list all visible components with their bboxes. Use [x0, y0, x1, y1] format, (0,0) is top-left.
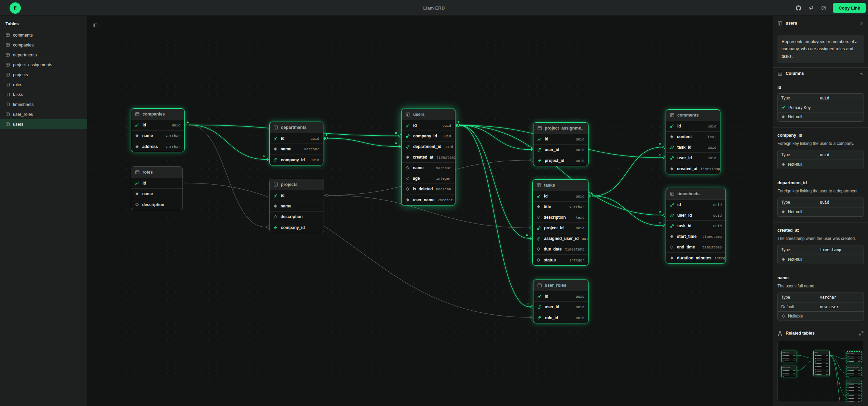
column-row-status[interactable]: statusinteger: [533, 255, 588, 265]
sidebar-item-comments[interactable]: comments: [0, 30, 87, 40]
column-row-content[interactable]: contenttext: [666, 132, 720, 142]
erd-table-timesheets[interactable]: timesheetsiduuiduser_iduuidtask_iduuidst…: [666, 188, 726, 263]
column-row-department_id[interactable]: department_iduuid: [402, 141, 455, 152]
column-row-id[interactable]: iduuid: [402, 120, 455, 131]
column-row-due_date[interactable]: due_datetimestamp: [533, 244, 588, 255]
table-header[interactable]: departments: [270, 122, 323, 133]
copy-link-button[interactable]: Copy Link: [833, 3, 866, 13]
column-row-id[interactable]: iduuid: [533, 291, 588, 302]
column-row-duration_minutes[interactable]: duration_minutesinteger: [666, 253, 725, 263]
columns-section-header[interactable]: Columns: [773, 67, 868, 80]
column-row-description[interactable]: description: [131, 199, 182, 210]
sidebar-item-roles[interactable]: roles: [0, 80, 87, 90]
column-row-id[interactable]: iduuid: [666, 200, 725, 210]
erd-table-tasks[interactable]: tasksiduuidtitlevarchardescriptiontextpr…: [532, 179, 588, 266]
column-row-id[interactable]: iduuid: [270, 133, 323, 144]
column-row-address[interactable]: addressvarchar: [131, 141, 184, 152]
primary-key-icon: [273, 193, 278, 198]
attribute-flag-label: Not-null: [788, 114, 802, 119]
related-tables-minimap[interactable]: companiesdepartmentsusersuser_rolesproje…: [777, 341, 864, 402]
table-name: tasks: [544, 183, 555, 188]
column-row-company_id[interactable]: company_id: [270, 222, 324, 233]
column-row-end_time[interactable]: end_timetimestamp: [666, 242, 725, 253]
sidebar-item-companies[interactable]: companies: [0, 40, 87, 50]
column-row-name[interactable]: name: [270, 201, 324, 212]
column-row-user_id[interactable]: user_iduuid: [666, 210, 725, 221]
column-row-project_id[interactable]: project_iduuid: [533, 223, 588, 233]
column-row-project_id[interactable]: project_iduuid: [533, 155, 588, 166]
column-row-start_time[interactable]: start_timetimestamp: [666, 231, 725, 242]
column-row-user_id[interactable]: user_iduuid: [533, 302, 588, 312]
sidebar-item-timesheets[interactable]: timesheets: [0, 99, 87, 109]
minimap-table-tasks: tasks: [846, 380, 862, 402]
column-name: description: [281, 214, 303, 219]
column-row-user_id[interactable]: user_iduuid: [666, 153, 720, 163]
erd-table-companies[interactable]: companiesiduuidnamevarcharaddressvarchar: [131, 108, 185, 152]
sidebar-item-user_roles[interactable]: user_roles: [0, 109, 87, 119]
column-row-id[interactable]: id: [131, 178, 182, 189]
column-row-id[interactable]: iduuid: [666, 121, 720, 132]
erd-table-user_roles[interactable]: user_rolesiduuiduser_iduuidrole_iduuid: [533, 280, 588, 323]
sidebar-item-project_assignments[interactable]: project_assignments: [0, 60, 87, 70]
erd-table-project_assignments[interactable]: project_assignme...iduuiduser_iduuidproj…: [533, 122, 588, 166]
column-row-task_id[interactable]: task_iduuid: [666, 142, 720, 153]
column-row-role_id[interactable]: role_iduuid: [533, 312, 588, 323]
megaphone-icon[interactable]: [808, 4, 814, 11]
github-icon[interactable]: [795, 4, 802, 11]
table-header[interactable]: roles: [131, 167, 182, 178]
column-row-title[interactable]: titlevarchar: [533, 202, 588, 212]
column-row-user_name[interactable]: user_namevarchar: [402, 194, 455, 205]
erd-table-users[interactable]: usersiduuidcompany_iduuiddepartment_iduu…: [402, 109, 455, 205]
column-row-name[interactable]: name: [131, 189, 182, 199]
erd-table-roles[interactable]: rolesidnamedescription: [131, 166, 183, 210]
column-row-id[interactable]: iduuid: [533, 134, 588, 145]
column-name: id: [677, 202, 681, 207]
erd-table-comments[interactable]: commentsiduuidcontenttexttask_iduuiduser…: [666, 109, 720, 174]
column-row-name[interactable]: namevarchar: [402, 163, 455, 173]
column-row-description[interactable]: description: [270, 212, 324, 222]
liam-logo[interactable]: ℓ: [10, 2, 21, 14]
column-name: start_time: [677, 234, 696, 239]
columns-collapse-icon[interactable]: [859, 71, 864, 76]
column-name: id: [545, 294, 548, 299]
column-row-id[interactable]: iduuid: [533, 191, 588, 202]
column-row-user_id[interactable]: user_iduuid: [533, 145, 588, 155]
table-header[interactable]: projects: [270, 179, 324, 190]
table-header[interactable]: tasks: [533, 180, 588, 191]
column-row-id[interactable]: id: [270, 190, 324, 201]
help-icon[interactable]: [820, 4, 827, 11]
column-row-name[interactable]: namevarchar: [270, 144, 323, 154]
sidebar-toggle-icon[interactable]: [91, 22, 99, 29]
column-row-age[interactable]: ageinteger: [402, 173, 455, 184]
sidebar-item-departments[interactable]: departments: [0, 50, 87, 60]
column-row-assigned_user_id[interactable]: assigned_user_iduuid: [533, 233, 588, 244]
erd-canvas[interactable]: 1nn1n1nnnnn1nncompaniesiduuidnamevarchar…: [87, 16, 773, 406]
attribute-row-type: Typevarchar: [778, 293, 864, 302]
sidebar-item-users[interactable]: users: [0, 119, 87, 129]
column-row-created_at[interactable]: created_attimestamp: [666, 163, 720, 174]
table-header[interactable]: users: [402, 109, 455, 120]
sidebar-item-label: project_assignments: [13, 63, 52, 67]
erd-table-projects[interactable]: projectsidnamedescriptioncompany_id: [269, 179, 324, 233]
table-header[interactable]: comments: [666, 110, 720, 121]
column-row-id[interactable]: iduuid: [131, 120, 184, 131]
sidebar-item-tasks[interactable]: tasks: [0, 90, 87, 99]
table-header[interactable]: companies: [131, 109, 184, 120]
column-row-description[interactable]: descriptiontext: [533, 212, 588, 223]
sidebar-item-projects[interactable]: projects: [0, 70, 87, 80]
column-row-company_id[interactable]: company_iduuid: [270, 154, 323, 165]
column-name: project_id: [545, 158, 564, 163]
column-row-created_at[interactable]: created_attimestamp: [402, 152, 455, 163]
column-row-company_id[interactable]: company_iduuid: [402, 131, 455, 141]
column-row-task_id[interactable]: task_iduuid: [666, 221, 725, 231]
erd-table-departments[interactable]: departmentsiduuidnamevarcharcompany_iduu…: [269, 122, 323, 165]
open-related-erd-icon[interactable]: [859, 331, 864, 336]
column-name: id: [143, 123, 146, 127]
column-row-name[interactable]: namevarchar: [131, 131, 184, 141]
column-row-is_deleted[interactable]: is_deletedboolean: [402, 184, 455, 194]
column-name: id: [413, 123, 417, 128]
table-header[interactable]: project_assignme...: [533, 123, 588, 134]
table-header[interactable]: user_roles: [533, 280, 588, 291]
table-header[interactable]: timesheets: [666, 188, 725, 200]
panel-collapse-icon[interactable]: [859, 21, 864, 26]
